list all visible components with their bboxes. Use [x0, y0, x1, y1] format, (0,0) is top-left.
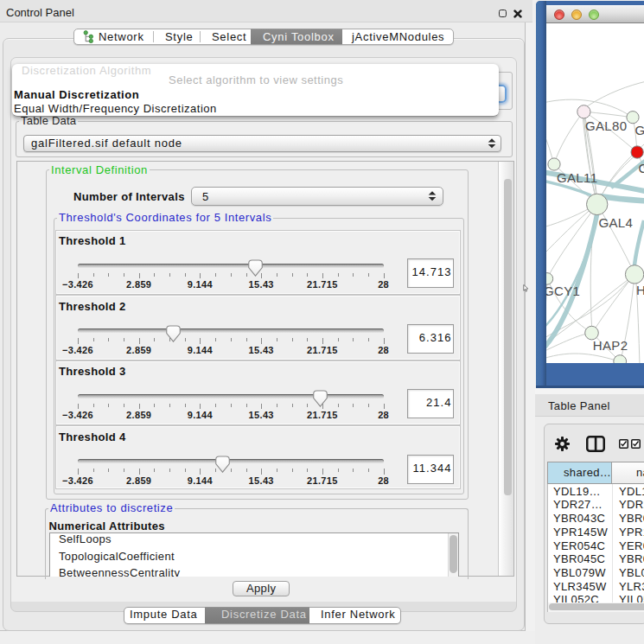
svg-text:GAL11: GAL11 — [557, 170, 597, 185]
svg-text:GCY1: GCY1 — [546, 284, 580, 298]
svg-text:GAL4: GAL4 — [599, 215, 634, 230]
svg-text:CD: CD — [638, 161, 644, 175]
svg-text:HI: HI — [636, 283, 644, 297]
svg-text:GAL3: GAL3 — [635, 123, 644, 137]
svg-text:GAL80: GAL80 — [585, 118, 627, 133]
svg-text:HAP2: HAP2 — [593, 338, 628, 353]
